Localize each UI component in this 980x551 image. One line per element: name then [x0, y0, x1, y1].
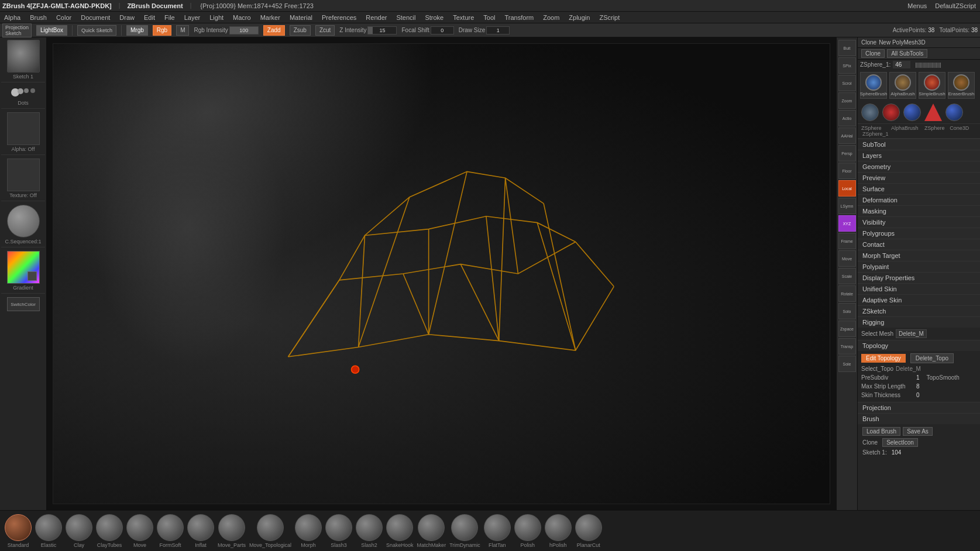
- select-icon-btn[interactable]: SelectIcon: [882, 438, 918, 447]
- icon-zoom[interactable]: Zoom: [838, 92, 856, 109]
- quick-sketch-btn[interactable]: Quick Sketch: [77, 25, 116, 36]
- eraser-brush-item[interactable]: EraserBrush: [948, 72, 975, 99]
- lightbox-btn[interactable]: LightBox: [36, 25, 67, 36]
- zadd-btn[interactable]: Zadd: [263, 25, 285, 36]
- icon-frame[interactable]: Frame: [838, 233, 856, 249]
- brush-morph[interactable]: Morph: [295, 514, 322, 548]
- masking-section[interactable]: Masking: [858, 205, 980, 216]
- brush-section-header[interactable]: Brush: [858, 413, 980, 424]
- icon-floor[interactable]: Floor: [838, 163, 856, 179]
- subtool-cone-thumb[interactable]: [924, 104, 942, 121]
- menu-marker[interactable]: Marker: [259, 14, 282, 21]
- brush-planarcut[interactable]: PlanarCut: [575, 514, 602, 548]
- focal-shift-slider[interactable]: 0: [431, 26, 454, 35]
- subtool-sphere-thumb[interactable]: [903, 104, 921, 121]
- alpha-brush-item[interactable]: AlphaBrush: [889, 72, 916, 99]
- menu-draw[interactable]: Draw: [118, 14, 136, 21]
- menu-file[interactable]: File: [163, 14, 177, 21]
- menu-edit[interactable]: Edit: [142, 14, 157, 21]
- icon-solo[interactable]: Solo: [838, 303, 856, 319]
- icon-zspace[interactable]: Zspace: [838, 321, 856, 337]
- toposmooth-label[interactable]: TopoSmooth: [927, 374, 960, 381]
- layers-section[interactable]: Layers: [858, 150, 980, 161]
- clone-btn[interactable]: Clone: [861, 49, 885, 58]
- polypaint-section[interactable]: Polypaint: [858, 261, 980, 272]
- rigging-section[interactable]: Rigging: [858, 316, 980, 328]
- icon-sole[interactable]: Sole: [838, 356, 856, 372]
- brush-slash3[interactable]: Slash3: [325, 514, 352, 548]
- load-brush-btn[interactable]: Load Brush: [862, 427, 900, 436]
- rgb-intensity-slider[interactable]: 100: [229, 26, 259, 35]
- menu-zoom[interactable]: Zoom: [541, 14, 561, 21]
- icon-aahal[interactable]: AAHal: [838, 128, 856, 144]
- projection-sketch-btn[interactable]: ProjectionSketch: [2, 23, 32, 37]
- menu-alpha[interactable]: Alpha: [2, 14, 22, 21]
- all-subtools-btn[interactable]: All SubTools: [887, 49, 927, 58]
- icon-move[interactable]: Move: [838, 250, 856, 267]
- menu-document[interactable]: Document: [79, 14, 112, 21]
- menu-zscript[interactable]: ZScript: [597, 14, 621, 21]
- m-btn[interactable]: M: [176, 25, 189, 36]
- icon-xyz[interactable]: XYZ: [838, 215, 856, 232]
- simple-brush-item[interactable]: SimpleBrush: [919, 72, 945, 99]
- canvas-area[interactable]: [47, 37, 836, 510]
- mrgb-btn[interactable]: Mrgb: [126, 25, 148, 36]
- icon-actio[interactable]: Actio: [838, 110, 856, 126]
- menu-menus[interactable]: Menus: [906, 2, 929, 9]
- switch-color[interactable]: SwitchColor: [7, 297, 40, 311]
- icon-local[interactable]: Local: [838, 180, 856, 197]
- menu-brush[interactable]: Brush: [28, 14, 49, 21]
- icon-scroll[interactable]: Scrol: [838, 75, 856, 91]
- brush-snakehook[interactable]: SnakeHook: [386, 514, 414, 548]
- brush-formsoft[interactable]: FormSoft: [157, 514, 184, 548]
- icon-buit[interactable]: Buit: [838, 40, 856, 56]
- z-intensity-slider[interactable]: 15: [367, 26, 397, 35]
- topology-section-header[interactable]: Topology: [858, 340, 980, 351]
- zsub-btn[interactable]: Zsub: [290, 25, 311, 36]
- deformation-section[interactable]: Deformation: [858, 194, 980, 205]
- subtool-zsphere-thumb[interactable]: [861, 104, 879, 121]
- icon-lsymn[interactable]: LSymn: [838, 198, 856, 214]
- brush-claytubes[interactable]: ClayTubes: [96, 514, 123, 548]
- brush-elastic[interactable]: Elastic: [35, 514, 62, 548]
- menu-stroke[interactable]: Stroke: [423, 14, 445, 21]
- delete-topo-btn[interactable]: Delete_Topo: [910, 353, 954, 363]
- brush-flatlan[interactable]: FlatTan: [484, 514, 511, 548]
- brush-slash2[interactable]: Slash2: [356, 514, 383, 548]
- subtool-alpha-thumb[interactable]: [882, 104, 900, 121]
- rgb-btn[interactable]: Rgb: [153, 25, 171, 36]
- menu-color[interactable]: Color: [54, 14, 73, 21]
- texture-thumb[interactable]: [7, 159, 40, 191]
- surface-section[interactable]: Surface: [858, 183, 980, 194]
- zcut-btn[interactable]: Zcut: [315, 25, 335, 36]
- brush-clay[interactable]: Clay: [66, 514, 92, 548]
- brush-standard[interactable]: Standard: [5, 514, 32, 548]
- color-swatch[interactable]: [7, 251, 40, 284]
- brush-trimdynamic[interactable]: TrimDynamic: [449, 514, 480, 548]
- menu-light[interactable]: Light: [208, 14, 225, 21]
- draw-size-slider[interactable]: 1: [486, 26, 510, 35]
- icon-spix[interactable]: SPix: [838, 57, 856, 74]
- unified-skin-section[interactable]: Unified Skin: [858, 283, 980, 294]
- brush-hpolish[interactable]: hPolish: [545, 514, 572, 548]
- brush-matchmaker[interactable]: MatchMaker: [417, 514, 446, 548]
- save-as-btn[interactable]: Save As: [903, 427, 933, 436]
- menu-tool[interactable]: Tool: [482, 14, 497, 21]
- geometry-section[interactable]: Geometry: [858, 161, 980, 172]
- adaptive-skin-section[interactable]: Adaptive Skin: [858, 294, 980, 305]
- menu-macro[interactable]: Macro: [231, 14, 253, 21]
- menu-plugin[interactable]: Preferences: [320, 14, 358, 21]
- brush-polish[interactable]: Polish: [514, 514, 541, 548]
- morph-target-section[interactable]: Morph Target: [858, 250, 980, 261]
- display-props-section[interactable]: Display Properties: [858, 272, 980, 283]
- menu-layer[interactable]: Layer: [183, 14, 202, 21]
- edit-topology-btn[interactable]: Edit Topology: [861, 354, 906, 363]
- material-thumb[interactable]: [7, 205, 40, 237]
- brush-move-topological[interactable]: Move_Topological: [249, 514, 291, 548]
- preview-section[interactable]: Preview: [858, 172, 980, 183]
- menu-render[interactable]: Render: [364, 14, 388, 21]
- subtool-section[interactable]: SubTool: [858, 139, 980, 150]
- menu-zplugin[interactable]: Zplugin: [567, 14, 592, 21]
- subtool-sphere2-thumb[interactable]: [945, 104, 963, 121]
- icon-scale[interactable]: Scale: [838, 268, 856, 284]
